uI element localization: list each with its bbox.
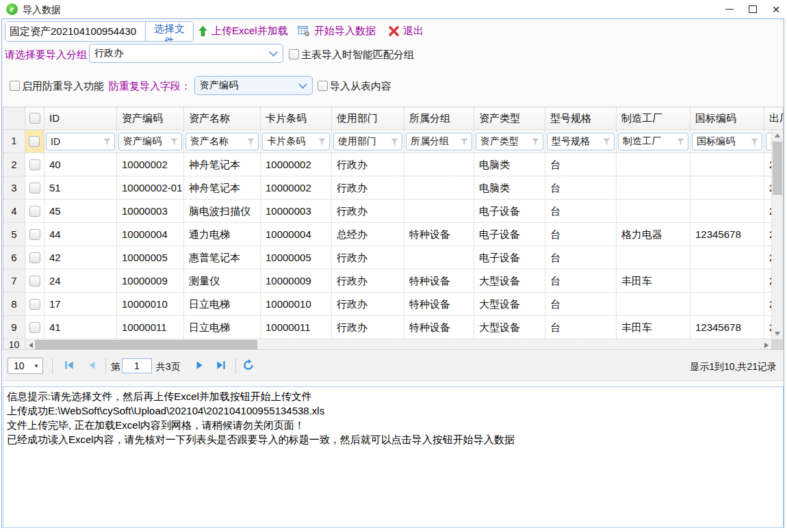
column-header[interactable]: 资产类型 <box>474 107 545 129</box>
column-header[interactable]: 出厂 <box>764 107 784 129</box>
filter-funnel-icon[interactable] <box>247 138 255 146</box>
row-number-header <box>3 107 25 129</box>
filter-funnel-icon[interactable] <box>532 138 539 146</box>
table-cell <box>617 176 691 199</box>
group-combobox[interactable]: 行政办 <box>89 44 283 63</box>
column-header[interactable]: 使用部门 <box>332 107 404 129</box>
refresh-button[interactable] <box>242 359 256 373</box>
chevron-down-icon[interactable] <box>269 48 278 57</box>
table-cell: 台 <box>545 153 617 176</box>
column-header[interactable]: 制造工厂 <box>617 107 691 129</box>
column-header[interactable]: 卡片条码 <box>261 107 332 129</box>
filter-input[interactable]: 资产名称 <box>185 133 259 150</box>
select-all-checkbox[interactable] <box>29 113 40 124</box>
filter-input[interactable]: 卡片条码 <box>262 133 330 150</box>
vertical-scroll-thumb[interactable] <box>773 142 782 195</box>
filter-input[interactable]: 资产编码 <box>118 133 182 150</box>
dedup-field-combobox[interactable]: 资产编码 <box>194 76 313 95</box>
upload-excel-button[interactable]: 上传Excel并加载 <box>198 23 288 38</box>
table-cell <box>691 200 764 222</box>
column-header[interactable]: 型号规格 <box>545 107 617 129</box>
row-checkbox[interactable] <box>29 159 40 170</box>
filter-funnel-icon[interactable] <box>391 138 398 146</box>
smart-match-checkbox[interactable] <box>289 49 299 59</box>
table-cell <box>691 246 764 269</box>
row-checkbox[interactable] <box>29 136 40 147</box>
filter-funnel-icon[interactable] <box>751 138 758 146</box>
table-cell <box>691 269 764 292</box>
dedup-field-value: 资产编码 <box>200 79 238 92</box>
close-button[interactable]: ✕ <box>772 5 780 14</box>
row-checkbox[interactable] <box>29 229 40 240</box>
table-row[interactable]: 72410000009测量仪10000009行政办特种设备大型设备台丰田车2 <box>3 269 784 293</box>
horizontal-scrollbar[interactable] <box>25 339 772 350</box>
filter-input[interactable]: ID <box>46 133 115 150</box>
row-checkbox[interactable] <box>29 322 40 333</box>
page-number-input[interactable] <box>122 358 152 373</box>
table-cell: 行政办 <box>332 153 404 176</box>
filter-funnel-icon[interactable] <box>603 138 610 146</box>
column-header[interactable]: 资产编码 <box>117 107 184 129</box>
table-row[interactable]: 24010000002神舟笔记本10000002行政办电脑类台2 <box>3 153 784 176</box>
filter-funnel-icon[interactable] <box>677 138 684 146</box>
file-name-input[interactable] <box>5 22 145 41</box>
table-row[interactable]: 54410000004通力电梯10000004总经办特种设备电子设备台格力电器1… <box>3 223 784 246</box>
import-detail-checkbox[interactable] <box>318 81 328 91</box>
scroll-right-button[interactable] <box>761 339 772 350</box>
filter-input[interactable]: 制造工厂 <box>618 133 688 150</box>
table-cell: 10000011 <box>261 316 332 338</box>
filter-funnel-icon[interactable] <box>170 138 178 146</box>
filter-cell: 制造工厂 <box>617 130 691 152</box>
filter-input[interactable]: 资产类型 <box>476 133 543 150</box>
exit-button[interactable]: 退出 <box>389 23 424 38</box>
table-row[interactable]: 81710000010日立电梯10000010行政办特种设备大型设备台2 <box>3 293 784 316</box>
row-number: 8 <box>3 293 25 315</box>
filter-funnel-icon[interactable] <box>461 138 468 146</box>
table-cell <box>404 246 474 269</box>
group-combobox-value: 行政办 <box>94 47 123 59</box>
first-page-button[interactable] <box>63 359 77 373</box>
row-checkbox[interactable] <box>29 206 40 217</box>
table-row[interactable]: 94110000011日立电梯10000011行政办特种设备大型设备台丰田车12… <box>3 316 784 339</box>
chevron-down-icon[interactable] <box>298 80 307 89</box>
choose-file-button[interactable]: 选择文件 <box>145 22 193 41</box>
filter-input[interactable]: 国标编码 <box>692 133 762 150</box>
table-cell: 12345678 <box>691 223 764 245</box>
table-cell: 10000004 <box>261 223 332 245</box>
table-row[interactable]: 35110000002-01神舟笔记本10000002行政办电脑类台2 <box>3 176 784 200</box>
scroll-down-button[interactable] <box>772 328 783 339</box>
prev-page-button[interactable] <box>86 359 100 373</box>
row-checkbox[interactable] <box>29 276 40 287</box>
row-checkbox[interactable] <box>29 252 40 263</box>
page-size-select[interactable]: 10 ▼ <box>8 358 43 374</box>
start-import-button[interactable]: 开始导入数据 <box>298 23 376 38</box>
column-header[interactable]: 资产名称 <box>184 107 261 129</box>
horizontal-scroll-thumb[interactable] <box>35 340 257 350</box>
filter-funnel-icon[interactable] <box>318 138 326 146</box>
scroll-up-button[interactable] <box>772 130 783 141</box>
table-row[interactable]: 44510000003脑电波扫描仪10000003行政办电子设备台2 <box>3 200 784 223</box>
dedup-enable-checkbox[interactable] <box>10 81 20 91</box>
minimize-button[interactable] <box>725 9 734 10</box>
column-header[interactable]: ID <box>44 107 117 129</box>
column-header[interactable]: 国标编码 <box>691 107 764 129</box>
dedup-field-label: 防重复导入字段： <box>109 80 191 93</box>
row-checkbox[interactable] <box>29 299 40 310</box>
table-cell: 神舟笔记本 <box>184 176 261 199</box>
table-cell: 电子设备 <box>474 223 545 245</box>
filter-funnel-icon[interactable] <box>103 138 111 146</box>
last-page-button[interactable] <box>215 359 229 373</box>
table-cell <box>404 153 474 176</box>
filter-input[interactable]: 所属分组 <box>406 133 472 150</box>
row-checkbox[interactable] <box>29 183 40 194</box>
table-cell: 行政办 <box>332 200 404 222</box>
table-cell: 特种设备 <box>404 316 474 338</box>
vertical-scrollbar[interactable] <box>771 130 783 339</box>
filter-input[interactable]: 使用部门 <box>333 133 402 150</box>
column-header[interactable]: 所属分组 <box>404 107 474 129</box>
message-line: 上传成功E:\WebSoft\cySoft\Upload\202104\2021… <box>7 403 779 418</box>
table-row[interactable]: 64210000005惠普笔记本10000005行政办电子设备台2 <box>3 246 784 269</box>
next-page-button[interactable] <box>193 359 207 373</box>
maximize-button[interactable] <box>749 5 757 13</box>
filter-input[interactable]: 型号规格 <box>547 133 615 150</box>
